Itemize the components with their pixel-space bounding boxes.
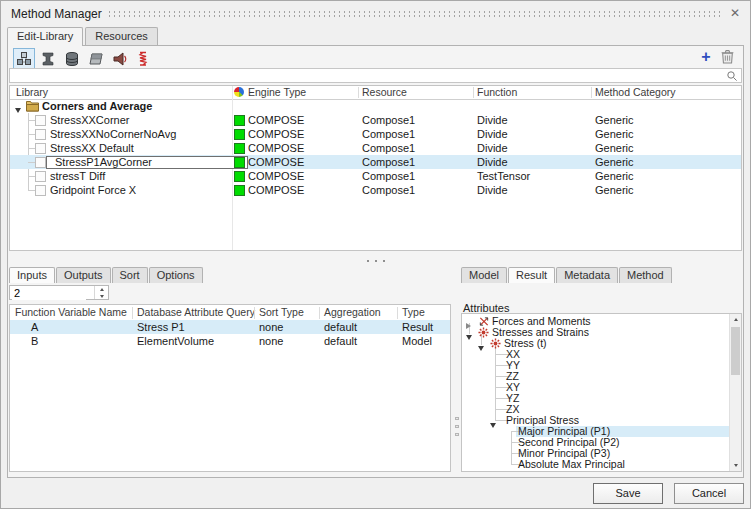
attribute-tree-item[interactable]: Absolute Max Principal <box>462 459 730 470</box>
tab-edit-library[interactable]: Edit-Library <box>7 27 83 46</box>
col-sort-type[interactable]: Sort Type <box>259 306 304 318</box>
attribute-tree-item[interactable]: Stress (t) <box>462 338 730 349</box>
sort-cell: none <box>259 320 283 334</box>
table-row[interactable]: BElementVolumenonedefaultModel <box>10 334 450 348</box>
col-method-category[interactable]: Method Category <box>595 86 676 99</box>
trash-icon[interactable] <box>720 49 736 65</box>
input-count-field[interactable] <box>12 286 86 300</box>
checkbox[interactable] <box>35 157 46 168</box>
tab-sort[interactable]: Sort <box>112 267 148 283</box>
library-row[interactable]: StressP1AvgCornerCOMPOSECompose1DivideGe… <box>10 155 741 169</box>
library-row[interactable]: StressXX DefaultCOMPOSECompose1DivideGen… <box>10 141 741 155</box>
type-cell: Model <box>402 334 432 348</box>
table-row[interactable]: AStress P1nonedefaultResult <box>10 320 450 334</box>
tab-outputs[interactable]: Outputs <box>56 267 111 283</box>
rename-input[interactable]: StressP1AvgCorner <box>46 156 248 169</box>
col-function[interactable]: Function <box>477 86 517 99</box>
spinner-down-icon[interactable] <box>95 293 108 299</box>
save-button[interactable]: Save <box>593 483 663 504</box>
resource-cell: Compose1 <box>362 169 415 183</box>
spring-icon[interactable] <box>132 48 154 70</box>
scrollbar[interactable] <box>729 314 741 471</box>
result-tab-bar: Model Result Metadata Method <box>461 267 673 283</box>
col-library[interactable]: Library <box>16 86 48 99</box>
resource-cell: Compose1 <box>362 155 415 169</box>
variable-cell: B <box>31 334 38 348</box>
engine-color-swatch <box>234 157 245 168</box>
tab-resources[interactable]: Resources <box>85 27 158 45</box>
library-row[interactable]: StressXXCornerCOMPOSECompose1DivideGener… <box>10 113 741 127</box>
attributes-tree: Forces and MomentsStresses and StrainsSt… <box>461 313 742 472</box>
engine-color-swatch <box>234 143 245 154</box>
library-row[interactable]: Gridpoint Force XCOMPOSECompose1DivideGe… <box>10 183 741 197</box>
checkbox[interactable] <box>35 115 46 126</box>
engine-type-cell: COMPOSE <box>248 113 304 127</box>
tab-inputs[interactable]: Inputs <box>9 267 55 283</box>
library-table-header: Library Engine Type Resource Function Me… <box>10 86 741 100</box>
scroll-down-icon[interactable] <box>730 460 741 471</box>
scrollbar-thumb[interactable] <box>731 327 740 375</box>
nodes-icon[interactable] <box>13 48 35 70</box>
tab-result[interactable]: Result <box>508 267 555 283</box>
col-resource[interactable]: Resource <box>362 86 407 99</box>
function-cell: Divide <box>477 155 508 169</box>
horizontal-splitter[interactable] <box>9 255 742 266</box>
edit-library-panel: + Library Engine Type Resource Function <box>7 45 744 478</box>
tab-options[interactable]: Options <box>149 267 203 283</box>
chevron-down-icon[interactable] <box>478 341 484 353</box>
col-database-attribute-query[interactable]: Database Attribute Query <box>137 306 255 318</box>
col-engine-type[interactable]: Engine Type <box>248 86 306 99</box>
chevron-down-icon[interactable] <box>490 418 496 430</box>
library-row[interactable]: StressXXNoCornerNoAvgCOMPOSECompose1Divi… <box>10 127 741 141</box>
library-table: Library Engine Type Resource Function Me… <box>9 85 742 251</box>
checkbox[interactable] <box>35 129 46 140</box>
tab-model[interactable]: Model <box>461 267 507 283</box>
spinner-up-icon[interactable] <box>95 286 108 292</box>
scroll-up-icon[interactable] <box>730 314 741 325</box>
plate-icon[interactable] <box>85 48 107 70</box>
method-manager-window: Method Manager ✕ Edit-Library Resources <box>0 0 751 509</box>
attribute-tree-item[interactable]: XX <box>462 349 730 360</box>
library-item-label: StressXXCorner <box>50 113 129 127</box>
database-icon[interactable] <box>61 48 83 70</box>
attribute-tree-item[interactable]: XY <box>462 382 730 393</box>
tree-branch <box>28 162 35 163</box>
drag-handle[interactable] <box>107 10 722 18</box>
search-input[interactable] <box>12 69 723 83</box>
checkbox[interactable] <box>35 143 46 154</box>
category-cell: Generic <box>595 127 634 141</box>
engine-type-cell: COMPOSE <box>248 183 304 197</box>
library-group-row[interactable]: Corners and Average <box>10 99 741 113</box>
checkbox[interactable] <box>35 185 46 196</box>
function-cell: Divide <box>477 127 508 141</box>
checkbox[interactable] <box>35 171 46 182</box>
attribute-tree-item[interactable]: YZ <box>462 393 730 404</box>
horn-icon[interactable] <box>109 48 131 70</box>
add-icon[interactable]: + <box>698 49 714 65</box>
tab-metadata[interactable]: Metadata <box>556 267 618 283</box>
col-aggregation[interactable]: Aggregation <box>324 306 381 318</box>
chevron-down-icon[interactable] <box>466 330 472 342</box>
variable-cell: A <box>31 320 38 334</box>
attribute-tree-item[interactable]: Stresses and Strains <box>462 327 730 338</box>
query-cell: ElementVolume <box>137 334 214 348</box>
folder-icon <box>26 100 39 114</box>
library-item-label: StressXXNoCornerNoAvg <box>50 127 176 141</box>
attribute-tree-item[interactable]: ZX <box>462 404 730 415</box>
engine-type-icon <box>234 86 244 99</box>
attribute-tree-item[interactable]: ZZ <box>462 371 730 382</box>
library-item-label: Gridpoint Force X <box>50 183 136 197</box>
col-type[interactable]: Type <box>402 306 425 318</box>
resource-cell: Compose1 <box>362 141 415 155</box>
tree-branch <box>28 120 35 121</box>
vertical-splitter[interactable] <box>452 267 461 472</box>
col-function-variable-name[interactable]: Function Variable Name <box>15 306 127 318</box>
attribute-tree-item[interactable]: YY <box>462 360 730 371</box>
close-icon[interactable]: ✕ <box>728 6 742 20</box>
engine-color-swatch <box>234 129 245 140</box>
beam-icon[interactable] <box>37 48 59 70</box>
library-row[interactable]: stressT DiffCOMPOSECompose1TestTensorGen… <box>10 169 741 183</box>
tab-method[interactable]: Method <box>619 267 672 283</box>
cancel-button[interactable]: Cancel <box>674 483 744 504</box>
function-cell: Divide <box>477 183 508 197</box>
